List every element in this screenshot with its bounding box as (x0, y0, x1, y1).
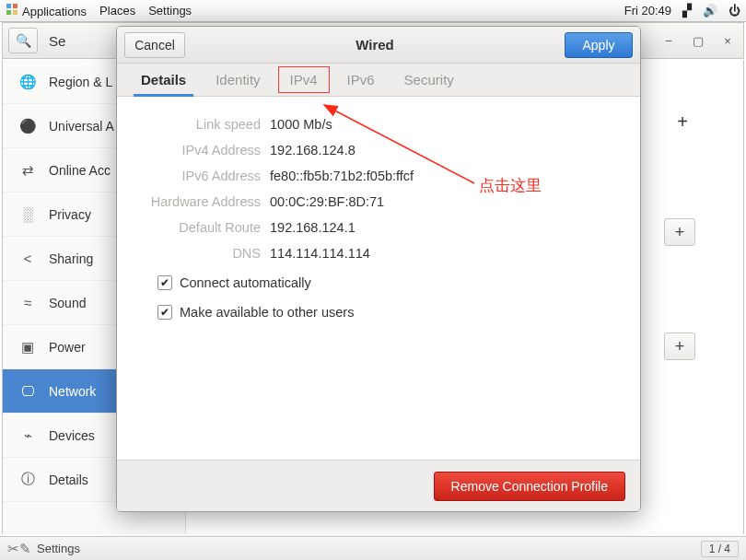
detail-row: IPv6 Addressfe80::fb5b:71b2:f05b:ffcf (141, 169, 616, 183)
applications-label: Applications (22, 5, 87, 18)
sidebar-item-label: Network (49, 384, 96, 399)
detail-label: IPv4 Address (141, 143, 261, 158)
dialog-headerbar: Cancel Wired Apply (117, 27, 640, 64)
connect-automatically-checkbox[interactable]: ✔Connect automatically (157, 275, 616, 290)
settings-menu[interactable]: Settings (148, 4, 192, 18)
detail-row: DNS114.114.114.114 (141, 246, 616, 261)
detail-value: 192.168.124.1 (270, 220, 356, 235)
places-menu[interactable]: Places (99, 4, 135, 18)
cancel-button[interactable]: Cancel (124, 32, 185, 58)
sidebar-item-label: Devices (49, 428, 95, 443)
sidebar-item-label: Sharing (49, 251, 93, 266)
sidebar-icon: ░ (19, 206, 36, 222)
sidebar-icon: < (19, 251, 36, 266)
checkbox-icon: ✔ (157, 275, 172, 290)
details-panel: Link speed1000 Mb/sIPv4 Address192.168.1… (117, 97, 640, 332)
status-bar: ✂✎ Settings 1 / 4 (0, 536, 746, 560)
dialog-title: Wired (185, 37, 565, 52)
remove-profile-button[interactable]: Remove Connection Profile (434, 472, 625, 501)
svg-rect-2 (6, 10, 11, 15)
detail-label: Link speed (141, 117, 261, 132)
sidebar-item-label: Details (49, 472, 88, 487)
sidebar-icon: ▣ (19, 339, 36, 356)
detail-value: 00:0C:29:BF:8D:71 (270, 194, 384, 209)
detail-value: 192.168.124.8 (270, 143, 356, 158)
svg-rect-3 (13, 10, 17, 15)
network-tray-icon[interactable]: ▞ (682, 4, 692, 18)
top-menubar: Applications Places Settings Fri 20:49 ▞… (0, 0, 746, 22)
svg-rect-1 (13, 4, 17, 8)
detail-row: Default Route192.168.124.1 (141, 220, 616, 235)
checkbox-icon: ✔ (157, 305, 172, 320)
sidebar-item-label: Privacy (49, 207, 91, 222)
tab-security[interactable]: Security (390, 64, 469, 96)
checkbox-label: Make available to other users (180, 305, 354, 320)
sidebar-item-label: Power (49, 340, 86, 355)
detail-label: Default Route (141, 220, 261, 235)
dialog-footer: Remove Connection Profile (117, 460, 640, 511)
volume-tray-icon[interactable]: 🔊 (703, 4, 717, 18)
sidebar-icon: 🖵 (19, 383, 36, 399)
detail-row: Link speed1000 Mb/s (141, 117, 616, 132)
tab-ipv4[interactable]: IPv4 (275, 64, 332, 96)
sidebar-icon: 🌐 (19, 74, 36, 90)
add-wired-icon[interactable]: + (677, 111, 688, 133)
tools-icon: ✂✎ (7, 541, 31, 557)
svg-rect-0 (6, 4, 11, 8)
sidebar-icon: ⌁ (19, 427, 36, 444)
make-available-checkbox[interactable]: ✔Make available to other users (157, 305, 616, 320)
sidebar-icon: ⚫ (19, 118, 36, 134)
sidebar-icon: ≈ (19, 295, 36, 310)
window-minimize[interactable]: − (659, 30, 679, 51)
detail-value: 1000 Mb/s (270, 117, 332, 132)
window-close[interactable]: × (717, 30, 738, 51)
power-tray-icon[interactable]: ⏻ (729, 4, 740, 18)
detail-value: 114.114.114.114 (270, 246, 370, 261)
sidebar-item-label: Online Acc (49, 163, 111, 178)
apps-icon (6, 3, 18, 16)
search-icon: 🔍 (16, 33, 31, 48)
clock: Fri 20:49 (624, 4, 671, 18)
sidebar-item-label: Sound (49, 296, 86, 310)
sidebar-item-label: Region & L (49, 75, 112, 89)
page-indicator[interactable]: 1 / 4 (701, 541, 739, 557)
connection-settings-dialog: Cancel Wired Apply DetailsIdentityIPv4IP… (116, 26, 641, 512)
dialog-tabs: DetailsIdentityIPv4IPv6Security (117, 64, 640, 97)
detail-row: IPv4 Address192.168.124.8 (141, 143, 616, 158)
tab-ipv6[interactable]: IPv6 (332, 64, 390, 96)
sidebar-item-label: Universal A (49, 119, 114, 134)
detail-row: Hardware Address00:0C:29:BF:8D:71 (141, 194, 616, 209)
annotation-text: 点击这里 (479, 175, 542, 196)
tab-identity[interactable]: Identity (201, 64, 274, 96)
detail-label: DNS (141, 246, 261, 261)
statusbar-label: Settings (37, 542, 80, 555)
checkbox-label: Connect automatically (180, 275, 311, 290)
detail-label: IPv6 Address (141, 169, 261, 183)
add-vpn-button[interactable]: + (664, 218, 695, 246)
window-maximize[interactable]: ▢ (688, 30, 708, 51)
applications-menu[interactable]: Applications (6, 3, 87, 18)
add-proxy-button[interactable]: + (664, 332, 695, 360)
search-button[interactable]: 🔍 (8, 28, 38, 53)
headerbar-title: Se (49, 33, 65, 49)
detail-value: fe80::fb5b:71b2:f05b:ffcf (270, 169, 414, 183)
sidebar-icon: ⇄ (19, 162, 36, 179)
sidebar-icon: ⓘ (19, 471, 36, 488)
detail-label: Hardware Address (141, 194, 261, 209)
tab-details[interactable]: Details (126, 64, 201, 96)
apply-button[interactable]: Apply (565, 32, 633, 58)
